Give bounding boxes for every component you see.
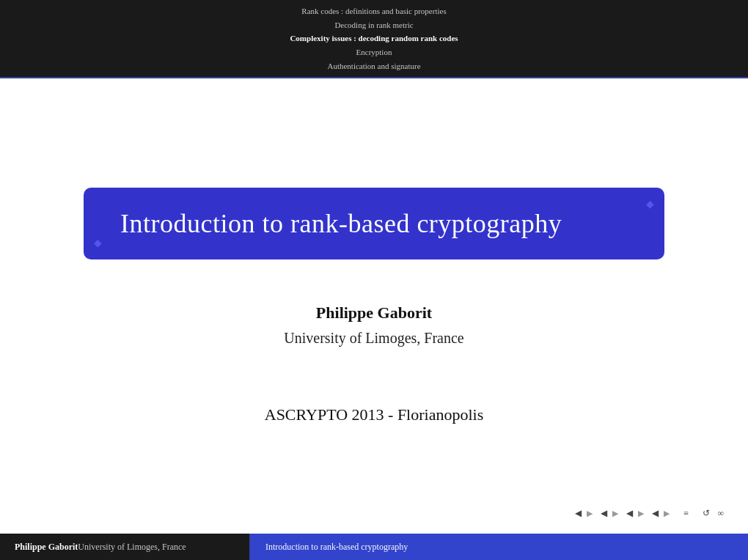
- author-section: Philippe Gaborit University of Limoges, …: [284, 303, 464, 376]
- nav-item-2[interactable]: Decoding in rank metric: [290, 18, 458, 32]
- footer-slide-title: Introduction to rank-based cryptography: [265, 542, 408, 553]
- footer-left: Philippe Gaborit University of Limoges, …: [0, 534, 249, 560]
- title-box: Introduction to rank-based cryptography: [84, 188, 664, 259]
- footer-author-bold: Philippe Gaborit: [15, 542, 78, 553]
- top-navigation: Rank codes : definitions and basic prope…: [0, 0, 748, 78]
- nav-items-container: Rank codes : definitions and basic prope…: [290, 4, 458, 73]
- author-name: Philippe Gaborit: [284, 303, 464, 323]
- nav-prev-button[interactable]: ◀: [573, 507, 584, 520]
- nav-loop-button[interactable]: ↺: [700, 507, 712, 520]
- footer-bar: Philippe Gaborit University of Limoges, …: [0, 534, 748, 560]
- slide: Rank codes : definitions and basic prope…: [0, 0, 748, 560]
- nav-item-3-active[interactable]: Complexity issues : decoding random rank…: [290, 32, 458, 45]
- nav-align-button[interactable]: ≡: [681, 507, 691, 520]
- nav-right-button[interactable]: ◀: [650, 507, 661, 520]
- nav-search-button[interactable]: ∞: [715, 507, 726, 520]
- nav-item-5[interactable]: Authentication and signature: [290, 59, 458, 73]
- nav-up-button[interactable]: ◀: [598, 507, 609, 520]
- navigation-controls: ◀ ▶ ◀ ▶ ◀ ▶ ◀ ▶ ≡ ↺ ∞: [573, 507, 726, 520]
- nav-item-4[interactable]: Encryption: [290, 45, 458, 59]
- slide-title: Introduction to rank-based cryptography: [120, 209, 562, 238]
- footer-author-rest: University of Limoges, France: [78, 542, 186, 553]
- nav-item-1[interactable]: Rank codes : definitions and basic prope…: [290, 4, 458, 18]
- nav-left-button[interactable]: ◀: [624, 507, 635, 520]
- footer-right: Introduction to rank-based cryptography: [251, 534, 748, 560]
- main-content: Introduction to rank-based cryptography …: [0, 78, 748, 534]
- author-affiliation: University of Limoges, France: [284, 330, 464, 347]
- conference-info: ASCRYPTO 2013 - Florianopolis: [265, 405, 483, 424]
